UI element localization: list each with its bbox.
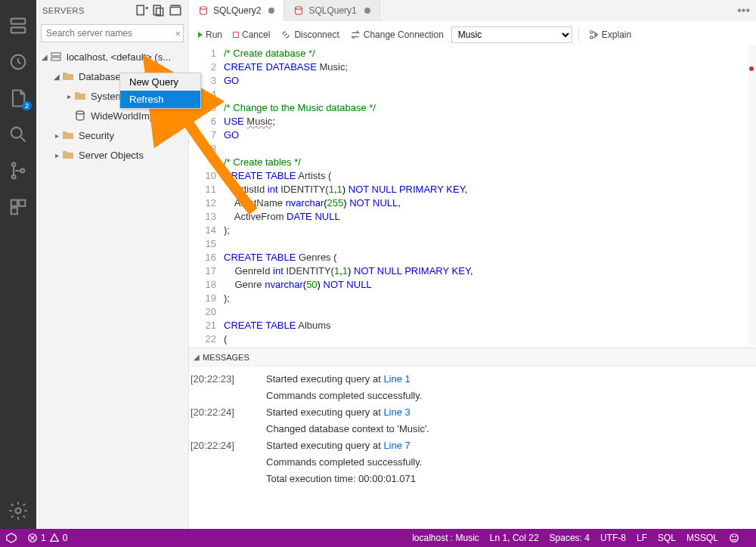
explain-button[interactable]: Explain xyxy=(585,28,634,42)
svg-point-25 xyxy=(730,534,739,542)
search-icon[interactable] xyxy=(8,124,29,145)
message-text: Total execution time: 00:00:01.071 xyxy=(191,471,754,487)
status-serverkind[interactable]: MSSQL xyxy=(686,533,718,543)
status-feedback-icon[interactable] xyxy=(729,533,739,543)
svg-rect-15 xyxy=(51,53,60,56)
svg-point-10 xyxy=(16,508,21,514)
tree-label: localhost, <default> (s... xyxy=(67,51,171,63)
message-text: Started executing query at xyxy=(266,440,383,451)
svg-point-26 xyxy=(733,536,733,537)
svg-point-21 xyxy=(590,36,593,39)
explain-label: Explain xyxy=(602,29,631,40)
status-warning-count: 0 xyxy=(63,533,68,543)
settings-gear-icon[interactable] xyxy=(8,500,29,521)
change-connection-label: Change Connection xyxy=(364,29,444,40)
status-encoding[interactable]: UTF-8 xyxy=(600,533,626,543)
chevron-right-icon: ▸ xyxy=(53,151,60,159)
status-language[interactable]: SQL xyxy=(658,533,676,543)
change-connection-button[interactable]: Change Connection xyxy=(347,28,447,42)
server-search[interactable]: × xyxy=(41,24,184,42)
svg-point-20 xyxy=(590,31,593,34)
svg-point-5 xyxy=(12,175,16,179)
new-group-icon[interactable] xyxy=(152,4,166,17)
history-icon[interactable] xyxy=(8,51,29,73)
message-link[interactable]: Line 3 xyxy=(383,406,410,418)
server-search-input[interactable] xyxy=(41,24,184,42)
sql-editor[interactable]: 12345678910111213141516171819202122 /* C… xyxy=(189,45,756,345)
tab-sqlquery2[interactable]: SQLQuery2 xyxy=(189,0,284,21)
modified-dot-icon xyxy=(268,8,274,14)
messages-title: MESSAGES xyxy=(203,353,249,362)
status-cursor[interactable]: Ln 1, Col 22 xyxy=(490,533,539,543)
extensions-icon[interactable] xyxy=(8,196,29,218)
status-problems[interactable]: 1 0 xyxy=(27,533,67,543)
svg-rect-11 xyxy=(137,5,144,14)
svg-point-18 xyxy=(200,7,207,10)
tree-security[interactable]: ▸ Security xyxy=(36,125,188,145)
run-label: Run xyxy=(206,29,222,40)
new-connection-icon[interactable] xyxy=(135,4,149,17)
source-control-icon[interactable] xyxy=(8,160,29,181)
cancel-label: Cancel xyxy=(242,29,270,40)
tree-server-objects[interactable]: ▸ Server Objects xyxy=(36,145,188,165)
chevron-down-icon: ◢ xyxy=(194,353,200,361)
messages-body: [20:22:23]Started executing query at Lin… xyxy=(189,366,756,492)
status-spaces[interactable]: Spaces: 4 xyxy=(550,533,590,543)
play-icon xyxy=(198,32,203,38)
tree-label: System xyxy=(91,91,123,102)
cancel-button[interactable]: Cancel xyxy=(230,28,273,42)
message-link[interactable]: Line 7 xyxy=(383,440,410,451)
svg-rect-12 xyxy=(153,5,160,14)
explorer-icon[interactable]: 2 xyxy=(8,88,29,109)
tree-server-localhost[interactable]: ◢ localhost, <default> (s... xyxy=(36,47,188,66)
code-area[interactable]: /* Create database */ CREATE DATABASE Mu… xyxy=(224,45,756,345)
sidebar-header: SERVERS xyxy=(36,0,188,21)
disconnect-label: Disconnect xyxy=(294,29,339,40)
collapse-all-icon[interactable] xyxy=(169,4,182,17)
chevron-right-icon: ▸ xyxy=(65,92,73,100)
svg-point-6 xyxy=(21,169,25,173)
status-bar: 1 0 localhost : Music Ln 1, Col 22 Space… xyxy=(0,529,756,547)
tree-label: Server Objects xyxy=(79,150,144,161)
status-error-count: 1 xyxy=(41,533,46,543)
run-button[interactable]: Run xyxy=(195,28,225,42)
status-connection[interactable]: localhost : Music xyxy=(412,533,479,543)
messages-header[interactable]: ◢ MESSAGES xyxy=(189,348,756,366)
tab-sqlquery1[interactable]: SQLQuery1 xyxy=(284,0,380,21)
chevron-down-icon: ◢ xyxy=(53,73,60,81)
tab-label: SQLQuery2 xyxy=(213,5,261,16)
tree-label: WideWorldImpor xyxy=(91,110,164,122)
status-remote-icon[interactable] xyxy=(6,533,17,543)
message-timestamp: [20:22:24] xyxy=(191,437,266,454)
servers-view-icon[interactable] xyxy=(8,15,29,36)
clear-search-icon[interactable]: × xyxy=(175,28,181,39)
status-eol[interactable]: LF xyxy=(637,533,647,543)
svg-point-3 xyxy=(11,128,22,138)
error-marker-icon xyxy=(749,66,754,71)
chevron-right-icon: ▸ xyxy=(53,131,60,140)
explorer-badge: 2 xyxy=(22,101,32,110)
chevron-down-icon: ◢ xyxy=(41,53,48,61)
svg-rect-9 xyxy=(11,208,17,214)
message-timestamp: [20:22:24] xyxy=(191,404,266,421)
minimap[interactable] xyxy=(748,45,756,345)
message-text: Started executing query at xyxy=(266,373,383,385)
svg-rect-1 xyxy=(11,27,26,32)
message-text: Commands completed successfully. xyxy=(191,454,754,471)
menu-item-refresh[interactable]: Refresh xyxy=(120,91,200,108)
svg-point-17 xyxy=(76,111,84,114)
sidebar-title: SERVERS xyxy=(42,6,132,15)
svg-point-19 xyxy=(296,7,302,10)
editor-tabs: SQLQuery2 SQLQuery1 ••• xyxy=(189,0,756,21)
tree-label: Security xyxy=(79,130,114,141)
message-link[interactable]: Line 1 xyxy=(383,373,410,385)
tab-overflow-icon[interactable]: ••• xyxy=(731,0,756,21)
svg-rect-16 xyxy=(51,57,60,60)
disconnect-button[interactable]: Disconnect xyxy=(277,28,342,42)
menu-item-new-query[interactable]: New Query xyxy=(120,73,200,91)
svg-point-27 xyxy=(735,536,736,537)
message-text: Started executing query at xyxy=(266,406,383,418)
database-select[interactable]: Music xyxy=(451,26,572,43)
message-timestamp: [20:22:23] xyxy=(191,371,266,388)
svg-point-4 xyxy=(12,163,16,167)
